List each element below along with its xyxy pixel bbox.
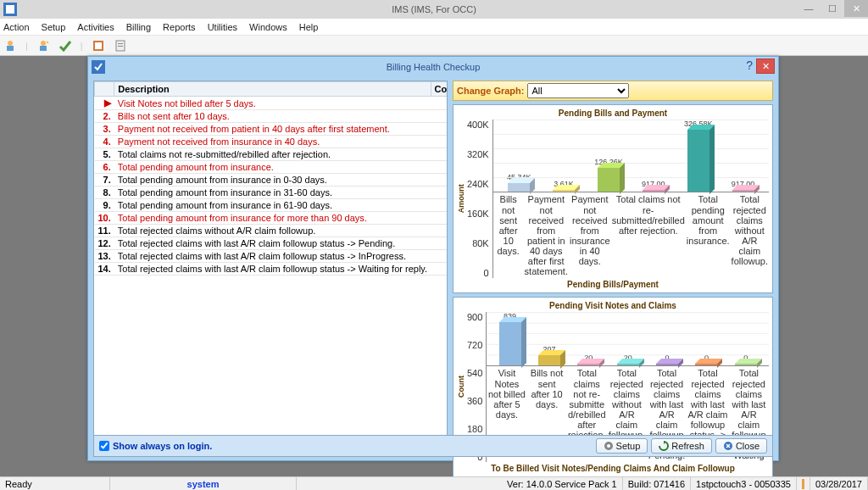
menu-help[interactable]: Help <box>299 22 319 32</box>
svg-point-2 <box>8 41 13 46</box>
table-row[interactable]: 12.Total rejected claims with last A/R c… <box>95 237 448 250</box>
menu-windows[interactable]: Windows <box>249 22 287 32</box>
table-row[interactable]: 13.Total rejected claims with last A/R c… <box>95 250 448 263</box>
status-ready: Ready <box>0 477 110 490</box>
menu-activities[interactable]: Activities <box>77 22 114 32</box>
chart1-title: Pending Bills and Payment <box>457 109 769 118</box>
chart1-xlabels: Bills not sent after 10 days.Payment not… <box>493 192 769 278</box>
gear-icon <box>604 441 614 451</box>
chart2-bars: 8392072020000 <box>487 312 769 366</box>
toolbar-icon-5[interactable] <box>114 39 127 53</box>
svg-point-4 <box>41 41 46 46</box>
table-row[interactable]: 9.Total pending amount from insurance in… <box>95 199 448 212</box>
menu-setup[interactable]: Setup <box>42 22 66 32</box>
svg-rect-15 <box>802 479 804 489</box>
chart-pending-bills: Pending Bills and Payment Amount 400K320… <box>453 104 773 293</box>
mdi-workspace: Billing Health Checkup ? ✕ Description C… <box>0 56 868 476</box>
main-menubar: Action Setup Activities Billing Reports … <box>0 19 868 36</box>
show-always-label: Show always on login. <box>113 441 212 451</box>
svg-rect-5 <box>40 46 47 51</box>
toolbar-icon-3[interactable] <box>58 39 72 53</box>
show-always-checkbox[interactable] <box>99 441 109 451</box>
app-title: IMS (IMS, For OCC) <box>392 4 476 14</box>
menu-action[interactable]: Action <box>3 22 30 32</box>
toolbar-icon-4[interactable] <box>92 39 105 53</box>
table-row[interactable]: 7.Total pending amount from insurance in… <box>95 174 448 187</box>
billing-health-checkup-dialog: Billing Health Checkup ? ✕ Description C… <box>87 56 779 461</box>
minimize-button[interactable]: — <box>797 0 821 17</box>
change-graph-bar: Change Graph: All <box>453 81 773 101</box>
svg-point-13 <box>607 444 610 448</box>
col-count[interactable]: Count <box>431 82 448 97</box>
svg-rect-10 <box>118 46 123 47</box>
table-row[interactable]: ▶Visit Notes not billed after 5 days.839… <box>95 97 448 110</box>
svg-rect-3 <box>7 46 14 51</box>
main-window-titlebar: IMS (IMS, For OCC) — ☐ ✕ <box>0 0 868 19</box>
app-icon <box>3 3 17 16</box>
status-version: Ver: 14.0.0 Service Pack 1 <box>502 477 623 490</box>
dialog-titlebar: Billing Health Checkup ? ✕ <box>88 57 778 77</box>
chart1-ylabel: Amount <box>457 120 465 278</box>
main-toolbar: | | <box>0 36 868 56</box>
status-user: system <box>110 477 297 490</box>
dialog-title: Billing Health Checkup <box>387 62 481 72</box>
chart1-yaxis: 400K320K240K160K80K0 <box>467 120 493 278</box>
refresh-button[interactable]: Refresh <box>651 438 712 454</box>
status-date: 03/28/2017 <box>810 477 868 490</box>
toolbar-icon-2[interactable] <box>36 39 50 53</box>
chart1-bars: 45.34K3.61K126.26K917.00326.58K917.00 <box>493 120 769 192</box>
dialog-help-button[interactable]: ? <box>746 58 753 72</box>
svg-rect-1 <box>6 5 14 14</box>
dialog-close-button[interactable]: ✕ <box>756 58 775 74</box>
close-button[interactable]: Close <box>715 438 767 454</box>
svg-rect-9 <box>118 43 123 44</box>
status-tray-icon <box>797 477 810 490</box>
metrics-table: Description Count Amount ▶Visit Notes no… <box>93 81 448 439</box>
table-row[interactable]: 10.Total pending amount from insurance f… <box>95 212 448 225</box>
window-close-button[interactable]: ✕ <box>844 0 868 17</box>
table-row[interactable]: 8.Total pending amount from insurance in… <box>95 187 448 199</box>
status-host: 1stpctouch3 - 0050335 <box>691 477 797 490</box>
setup-button[interactable]: Setup <box>596 438 648 454</box>
chart1-xlabel: Pending Bills/Payment <box>457 280 769 289</box>
table-row[interactable]: 3.Payment not received from patient in 4… <box>95 123 448 136</box>
menu-billing[interactable]: Billing <box>126 22 151 32</box>
menu-utilities[interactable]: Utilities <box>208 22 237 32</box>
table-row[interactable]: 11.Total rejected claims without A/R cla… <box>95 225 448 237</box>
menu-reports[interactable]: Reports <box>163 22 196 32</box>
dialog-bottom-bar: Show always on login. Setup Refresh Clos… <box>93 435 773 457</box>
chart2-title: Pending Visit Notes and Claims <box>457 301 769 310</box>
table-row[interactable]: 6.Total pending amount from insurance.32… <box>95 161 448 174</box>
change-graph-select[interactable]: All <box>527 83 629 98</box>
change-graph-label: Change Graph: <box>457 86 524 96</box>
col-idx[interactable] <box>95 82 114 97</box>
table-row[interactable]: 14.Total rejected claims with last A/R c… <box>95 263 448 276</box>
svg-rect-7 <box>95 42 102 49</box>
col-description[interactable]: Description <box>114 82 431 97</box>
dialog-icon <box>92 60 105 74</box>
refresh-icon <box>659 441 669 451</box>
chart2-xlabel: To Be Billed Visit Notes/Pending Claims … <box>457 464 769 473</box>
toolbar-icon-1[interactable] <box>3 39 17 53</box>
table-row[interactable]: 2.Bills not sent after 10 days.20745,337… <box>95 110 448 123</box>
maximize-button[interactable]: ☐ <box>821 0 844 17</box>
status-bar: Ready system Ver: 14.0.0 Service Pack 1 … <box>0 476 868 490</box>
status-build: Build: 071416 <box>623 477 691 490</box>
table-row[interactable]: 4.Payment not received from insurance in… <box>95 136 448 148</box>
table-row[interactable]: 5.Total claims not re-submitted/rebilled… <box>95 148 448 161</box>
close-icon <box>723 441 733 451</box>
